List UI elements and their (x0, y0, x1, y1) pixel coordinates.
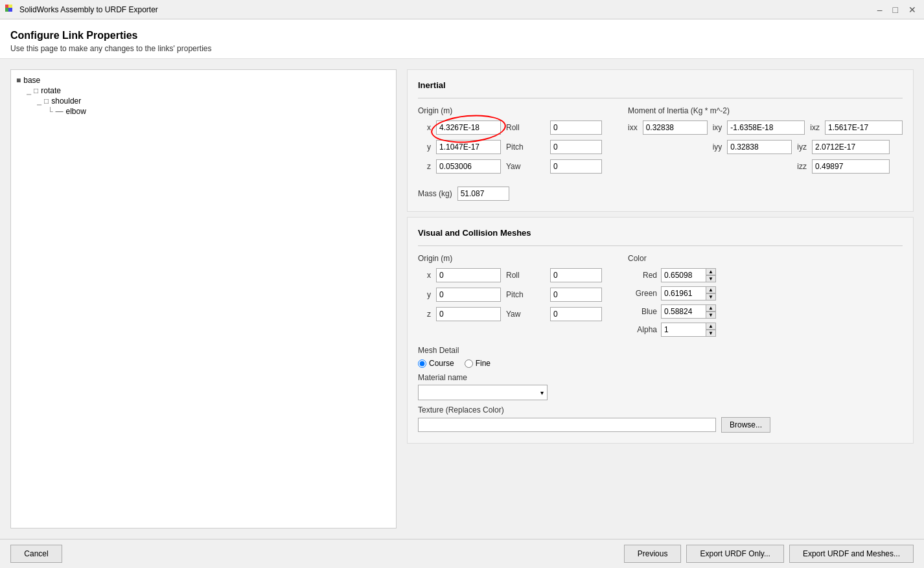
color-label: Color (628, 254, 716, 263)
visual-origin-section: Origin (m) x Roll y Pitch z (418, 254, 602, 341)
page-subtitle: Use this page to make any changes to the… (10, 44, 914, 53)
course-radio[interactable] (418, 359, 426, 368)
connector-rotate: ⎯ (27, 86, 31, 95)
export-urdf-only-button[interactable]: Export URDF Only... (686, 545, 783, 563)
ixz-input[interactable] (825, 120, 903, 135)
visual-pitch-label: Pitch (506, 290, 545, 299)
alpha-label: Alpha (628, 325, 657, 334)
material-name-label: Material name (418, 373, 903, 382)
green-up-btn[interactable]: ▲ (706, 286, 716, 293)
iyz-input[interactable] (812, 140, 890, 154)
expand-icon-elbow: — (56, 107, 64, 116)
alpha-input[interactable] (661, 323, 706, 337)
pitch-input[interactable] (550, 140, 602, 154)
export-urdf-meshes-button[interactable]: Export URDF and Meshes... (789, 545, 914, 563)
visual-yaw-label: Yaw (506, 310, 545, 319)
expand-icon-base: ■ (16, 76, 21, 85)
inertial-x-input[interactable] (436, 120, 501, 135)
tree-label-base: base (23, 76, 40, 85)
alpha-spinner-btns: ▲ ▼ (706, 323, 716, 337)
inertial-title: Inertial (418, 80, 903, 90)
tree-item-elbow[interactable]: └ — elbow (16, 106, 391, 117)
alpha-spinner: ▲ ▼ (661, 323, 716, 337)
mesh-detail-label: Mesh Detail (418, 346, 903, 355)
green-down-btn[interactable]: ▼ (706, 293, 716, 301)
moment-label: Moment of Inertia (Kg * m^-2) (628, 106, 903, 115)
blue-up-btn[interactable]: ▲ (706, 304, 716, 312)
right-panel: Inertial Origin (m) x Roll (407, 69, 914, 528)
visual-z-label: z (418, 310, 431, 319)
origin-label: Origin (m) (418, 106, 602, 115)
red-row: Red ▲ ▼ (628, 268, 716, 282)
visual-z-input[interactable] (436, 307, 501, 321)
inertial-y-label: y (418, 142, 431, 152)
inertial-x-row: x Roll (418, 120, 602, 135)
ixx-input[interactable] (643, 120, 708, 135)
green-spinner: ▲ ▼ (661, 286, 716, 301)
alpha-down-btn[interactable]: ▼ (706, 330, 716, 337)
cancel-button[interactable]: Cancel (10, 545, 62, 563)
maximize-button[interactable]: □ (890, 5, 901, 15)
roll-input[interactable] (550, 120, 602, 135)
title-bar-controls: – □ ✕ (875, 5, 919, 15)
ixz-label: ixz (810, 123, 820, 132)
yaw-input[interactable] (550, 159, 602, 174)
izz-input[interactable] (812, 159, 890, 174)
visual-roll-input[interactable] (550, 268, 602, 282)
mass-row: Mass (kg) (418, 187, 903, 201)
browse-button[interactable]: Browse... (721, 417, 770, 433)
tree-item-rotate[interactable]: ⎯ □ rotate (16, 85, 391, 96)
visual-y-label: y (418, 290, 431, 299)
red-down-btn[interactable]: ▼ (706, 275, 716, 282)
texture-input[interactable] (418, 418, 716, 432)
material-select-wrapper (418, 385, 548, 400)
ixx-label: ixx (628, 123, 638, 132)
red-input[interactable] (661, 268, 706, 282)
inertial-y-input[interactable] (436, 140, 501, 154)
app-icon (5, 5, 16, 15)
bottom-right: Previous Export URDF Only... Export URDF… (624, 545, 914, 563)
inertial-z-row: z Yaw (418, 159, 602, 174)
visual-pitch-input[interactable] (550, 288, 602, 302)
tree-label-elbow: elbow (66, 107, 86, 116)
page-header: Configure Link Properties Use this page … (0, 19, 924, 59)
mass-input[interactable] (457, 187, 509, 201)
blue-down-btn[interactable]: ▼ (706, 312, 716, 319)
blue-spinner: ▲ ▼ (661, 304, 716, 319)
fine-radio-item: Fine (465, 359, 491, 368)
mesh-detail-radio-group: Course Fine (418, 359, 903, 368)
tree-label-shoulder: shoulder (51, 97, 81, 106)
yaw-label: Yaw (506, 162, 545, 171)
close-button[interactable]: ✕ (906, 5, 919, 15)
connector-shoulder: ⎯ (37, 97, 41, 106)
red-up-btn[interactable]: ▲ (706, 268, 716, 275)
ixy-input[interactable] (727, 120, 805, 135)
visual-y-input[interactable] (436, 288, 501, 302)
ixy-label: ixy (713, 123, 722, 132)
texture-label: Texture (Replaces Color) (418, 405, 903, 415)
visual-yaw-input[interactable] (550, 307, 602, 321)
inertial-z-input[interactable] (436, 159, 501, 174)
iyz-label: iyz (797, 142, 807, 152)
blue-row: Blue ▲ ▼ (628, 304, 716, 319)
green-spinner-btns: ▲ ▼ (706, 286, 716, 301)
tree-label-rotate: rotate (41, 86, 61, 95)
inertial-x-wrapper (436, 120, 501, 135)
visual-y-row: y Pitch (418, 288, 602, 302)
red-spinner: ▲ ▼ (661, 268, 716, 282)
window-title: SolidWorks Assembly to URDF Exporter (19, 5, 158, 14)
tree-item-shoulder[interactable]: ⎯ □ shoulder (16, 96, 391, 106)
blue-input[interactable] (661, 304, 706, 319)
previous-button[interactable]: Previous (624, 545, 682, 563)
title-bar-left: SolidWorks Assembly to URDF Exporter (5, 5, 158, 15)
fine-radio[interactable] (465, 359, 473, 368)
inertial-grid: Origin (m) x Roll y (418, 106, 903, 179)
iyy-input[interactable] (727, 140, 792, 154)
alpha-up-btn[interactable]: ▲ (706, 323, 716, 330)
tree-item-base[interactable]: ■ base (16, 75, 391, 85)
minimize-button[interactable]: – (875, 5, 885, 15)
expand-icon-rotate: □ (34, 86, 38, 95)
green-input[interactable] (661, 286, 706, 301)
visual-x-input[interactable] (436, 268, 501, 282)
material-select[interactable] (418, 385, 548, 400)
